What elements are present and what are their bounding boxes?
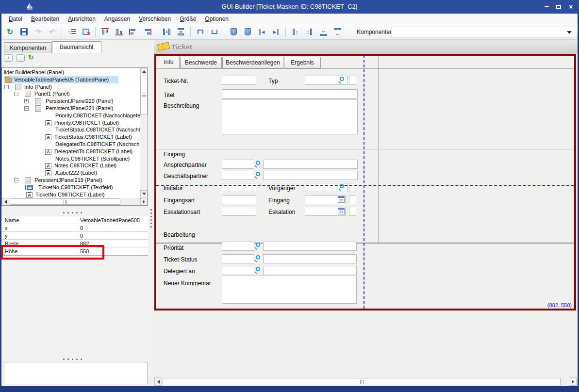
geschaeftspartner-name-input[interactable] bbox=[263, 171, 358, 180]
align-bottom-button[interactable] bbox=[113, 26, 125, 38]
geschaeftspartner-input[interactable] bbox=[222, 171, 254, 180]
tab-komponenten[interactable]: Komponenten bbox=[4, 42, 52, 53]
align-right-button[interactable] bbox=[141, 26, 153, 38]
align-left-button[interactable] bbox=[127, 26, 139, 38]
close-button[interactable]: × bbox=[566, 3, 576, 11]
ansprechpartner-input[interactable] bbox=[222, 160, 254, 169]
menu-anpassen[interactable]: Anpassen bbox=[100, 15, 134, 23]
tree-toggle[interactable]: + bbox=[24, 99, 29, 103]
komponenten-combobox[interactable] bbox=[391, 27, 576, 38]
minimize-button[interactable] bbox=[542, 3, 551, 11]
tree-item-selected[interactable]: VetoableTabbedPane505 (TabbedPane) bbox=[2, 76, 139, 83]
prioritaet-name-input[interactable] bbox=[263, 242, 357, 251]
shield-down-button[interactable]: ↓ bbox=[242, 26, 254, 38]
tree-item[interactable]: ATicketNo.C98TICKET (Label) bbox=[2, 191, 139, 198]
tree-item[interactable]: −Info (Panel) bbox=[2, 83, 139, 91]
canvas-scroll-left-button[interactable] bbox=[154, 377, 162, 386]
beschreibung-textarea[interactable] bbox=[222, 99, 358, 134]
calendar-icon[interactable]: 31 bbox=[338, 196, 345, 203]
tree-item[interactable]: AJLabel222 (Label) bbox=[2, 169, 139, 177]
delete-component-button[interactable]: × bbox=[80, 26, 92, 38]
menu-bearbeiten[interactable]: Bearbeiten bbox=[27, 15, 64, 23]
move-right-button[interactable]: ▶ bbox=[270, 26, 282, 38]
delegiert-an-name-input[interactable] bbox=[263, 266, 357, 275]
tree-scroll-down-button[interactable] bbox=[140, 190, 148, 197]
tree-item[interactable]: Priority.C98TICKET (Nachschlagefe bbox=[2, 112, 139, 119]
lookup-icon[interactable] bbox=[256, 243, 260, 247]
lookup-icon[interactable] bbox=[256, 161, 260, 165]
tree-item[interactable]: Notes.C98TICKET (Scrollpane) bbox=[2, 155, 139, 163]
tree-item[interactable]: −Panel1 (Panel) bbox=[2, 90, 139, 98]
tab-baumansicht[interactable]: Baumansicht bbox=[52, 41, 101, 53]
property-row-name[interactable]: NameVetoableTabbedPane505 bbox=[1, 216, 148, 224]
splitter-grip-vertical[interactable] bbox=[150, 209, 152, 228]
eingangsart-input[interactable] bbox=[222, 195, 256, 204]
lookup-icon[interactable] bbox=[340, 77, 344, 81]
align-top-button[interactable] bbox=[99, 26, 111, 38]
tree-scroll-left-button[interactable] bbox=[2, 198, 9, 205]
grow-height-button[interactable]: ↕ bbox=[289, 26, 301, 38]
lookup-icon[interactable] bbox=[256, 267, 260, 271]
tree-scroll-up-button[interactable] bbox=[140, 68, 148, 75]
tree-item[interactable]: −PersistentJPanel221 (Panel) bbox=[2, 105, 139, 112]
redo-button[interactable]: ↷ bbox=[32, 26, 44, 38]
grow-width-button[interactable]: ↔ bbox=[317, 26, 330, 38]
tree-toggle[interactable]: − bbox=[24, 106, 29, 111]
tree-hscrollbar-thumb[interactable] bbox=[10, 198, 120, 205]
tree-item[interactable]: ilder.BuilderPanel (Panel) bbox=[2, 69, 139, 76]
property-row-x[interactable]: x0 bbox=[1, 224, 148, 232]
prioritaet-input[interactable] bbox=[222, 242, 254, 251]
splitter-grip-horizontal[interactable] bbox=[63, 359, 82, 360]
move-up-tree-button[interactable]: ↑ bbox=[66, 26, 78, 38]
save-button[interactable] bbox=[18, 26, 30, 38]
menu-optionen[interactable]: Optionen bbox=[200, 15, 233, 23]
menu-groesse[interactable]: Größe bbox=[175, 15, 200, 23]
menu-verschieben[interactable]: Verschieben bbox=[134, 15, 175, 23]
property-row-y[interactable]: y0 bbox=[1, 232, 148, 240]
titel-input[interactable] bbox=[222, 89, 358, 98]
tree-item[interactable]: −PersistentJPanel219 (Panel) bbox=[2, 177, 139, 184]
move-left-button[interactable]: ◀ bbox=[256, 26, 268, 38]
tree-expand-button[interactable]: + bbox=[4, 54, 13, 62]
tree-vscrollbar-thumb[interactable] bbox=[140, 76, 148, 114]
eskalationsart-input[interactable] bbox=[222, 207, 256, 216]
tab-ergebnis[interactable]: Ergebnis bbox=[284, 57, 321, 68]
tree-item[interactable]: ADelegatedTo.C98TICKET (Label) bbox=[2, 148, 139, 155]
tree-item[interactable]: +PersistentJPanel220 (Panel) bbox=[2, 98, 139, 105]
undo-button[interactable]: ↶ bbox=[46, 26, 58, 38]
tab-beschwerde[interactable]: Beschwerde bbox=[180, 57, 222, 68]
tree-refresh-button[interactable]: ↻ bbox=[28, 53, 34, 61]
menu-ausrichten[interactable]: Ausrichten bbox=[64, 15, 100, 23]
maximize-button[interactable] bbox=[554, 3, 563, 11]
canvas-scroll-right-button[interactable] bbox=[569, 377, 577, 386]
tree-item[interactable]: DelegatedTo.C98TICKET (Nachsch bbox=[2, 141, 139, 148]
lookup-icon[interactable] bbox=[256, 172, 260, 176]
refresh-button[interactable]: ↻ bbox=[4, 26, 16, 38]
splitter-grip-horizontal[interactable] bbox=[63, 212, 82, 213]
ticket-status-input[interactable] bbox=[222, 254, 254, 263]
ticket-nr-input[interactable] bbox=[222, 76, 256, 85]
initiator-input[interactable] bbox=[222, 183, 256, 192]
tree-toggle[interactable]: − bbox=[14, 92, 18, 96]
calendar-icon[interactable]: 31 bbox=[338, 208, 345, 214]
tree-scroll-right-button[interactable] bbox=[140, 198, 148, 205]
tree-item[interactable]: TicketStatus.C98TICKET (Nachschl bbox=[2, 126, 139, 133]
same-width-button[interactable] bbox=[175, 26, 187, 38]
shrink-height-button[interactable]: ↕ bbox=[303, 26, 315, 38]
delegiert-an-input[interactable] bbox=[222, 266, 254, 275]
shield-up-button[interactable]: ↑ bbox=[228, 26, 240, 38]
same-height-button[interactable] bbox=[161, 26, 173, 38]
tree-collapse-button[interactable]: − bbox=[16, 54, 25, 62]
tab-info[interactable]: Info bbox=[158, 55, 180, 69]
h-gap-equal-button[interactable] bbox=[208, 26, 220, 38]
tab-beschwerdeanliegen[interactable]: Beschwerdeanliegen bbox=[222, 57, 283, 68]
tree-item[interactable]: ANotes.C98TICKET (Label) bbox=[2, 162, 139, 169]
canvas-hscrollbar-thumb[interactable] bbox=[163, 378, 561, 385]
menu-datei[interactable]: Datei bbox=[4, 15, 27, 23]
tree-toggle[interactable]: − bbox=[4, 85, 9, 89]
ticket-status-name-input[interactable] bbox=[263, 254, 357, 263]
ansprechpartner-name-input[interactable] bbox=[263, 160, 358, 169]
tree-item[interactable]: abTicketNo.C98TICKET (Textfeld) bbox=[2, 184, 139, 191]
shrink-width-button[interactable]: ↔ bbox=[331, 26, 344, 38]
h-gap-button[interactable] bbox=[194, 26, 206, 38]
